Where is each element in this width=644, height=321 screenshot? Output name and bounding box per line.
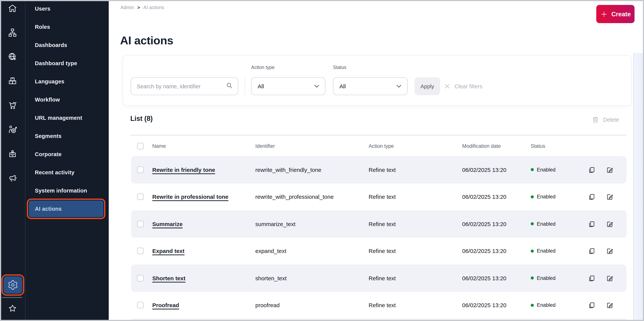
table-row: Shorten text shorten_text Refine text 06…: [131, 264, 626, 292]
list-title: List (8): [130, 115, 153, 123]
row-checkbox[interactable]: [137, 167, 144, 173]
table-body: Rewrite in friendly tone rewrite_with_fr…: [131, 156, 626, 320]
content-edge-line: [634, 53, 634, 320]
apply-button[interactable]: Apply: [414, 77, 440, 95]
copy-icon[interactable]: [584, 298, 598, 312]
action-type-select[interactable]: All: [251, 77, 326, 95]
row-modification-date: 06/02/2025 13:20: [462, 302, 506, 308]
status-select[interactable]: All: [333, 77, 408, 95]
table-row: Summarize summarize_text Refine text 06/…: [131, 210, 626, 237]
status-dot-icon: [531, 168, 534, 171]
edit-icon[interactable]: [602, 190, 617, 204]
row-checkbox[interactable]: [137, 248, 144, 254]
menu-item-roles[interactable]: Roles: [29, 19, 104, 35]
menu-item-url-management[interactable]: URL management: [29, 110, 104, 126]
edit-icon[interactable]: [602, 298, 617, 312]
row-name-link[interactable]: Shorten text: [152, 275, 186, 281]
column-header-identifier: Identifier: [255, 143, 275, 149]
rail-divider: [2, 297, 22, 298]
menu-item-dashboards[interactable]: Dashboards: [29, 37, 104, 54]
search-icon[interactable]: [226, 82, 233, 91]
row-checkbox[interactable]: [137, 194, 144, 200]
menu-item-ai-actions[interactable]: AI actions: [29, 200, 104, 217]
status-text: Enabled: [537, 221, 556, 227]
rail-item-home[interactable]: [8, 4, 18, 13]
row-name-link[interactable]: Summarize: [152, 221, 182, 227]
breadcrumb: Admin > AI actions: [120, 5, 164, 10]
row-name-link[interactable]: Proofread: [152, 302, 179, 308]
copy-icon[interactable]: [584, 190, 598, 204]
menu-item-system-information[interactable]: System information: [29, 182, 104, 199]
row-status: Enabled: [531, 194, 556, 200]
row-name-link[interactable]: Rewrite in friendly tone: [152, 167, 215, 173]
menu-item-segments[interactable]: Segments: [29, 128, 104, 144]
icon-rail: [0, 0, 26, 321]
partially-visible-row: [131, 319, 626, 321]
rail-item-audience[interactable]: [8, 125, 18, 135]
menu-item-recent-activity[interactable]: Recent activity: [29, 164, 104, 181]
rail-item-announcements[interactable]: [8, 173, 18, 183]
filter-divider: [245, 77, 245, 95]
breadcrumb-root[interactable]: Admin: [120, 5, 134, 10]
copy-icon[interactable]: [584, 163, 598, 177]
x-icon: [444, 83, 450, 89]
packages-icon: [8, 76, 18, 86]
row-status: Enabled: [531, 275, 556, 281]
menu-item-users[interactable]: Users: [29, 1, 104, 17]
row-name-link[interactable]: Rewrite in professional tone: [152, 194, 228, 200]
menu-item-corporate[interactable]: Corporate: [29, 146, 104, 163]
row-modification-date: 06/02/2025 13:20: [462, 167, 506, 173]
edit-icon[interactable]: [602, 163, 617, 177]
search-field: [131, 77, 238, 95]
action-type-value: All: [258, 83, 264, 89]
trash-icon: [592, 116, 599, 124]
create-button[interactable]: Create: [596, 5, 634, 23]
edit-icon[interactable]: [602, 217, 617, 231]
copy-icon[interactable]: [584, 217, 598, 231]
table-row: Rewrite in friendly tone rewrite_with_fr…: [131, 156, 626, 183]
rail-item-cart[interactable]: [8, 100, 18, 110]
row-action-type: Refine text: [368, 275, 396, 281]
row-checkbox[interactable]: [137, 221, 144, 227]
column-header-modification-date: Modification date: [462, 143, 501, 149]
filter-bar: Action type All Status All Apply Clear f…: [123, 55, 632, 106]
row-modification-date: 06/02/2025 13:20: [462, 194, 506, 200]
rail-item-packages[interactable]: [8, 76, 18, 86]
edit-icon[interactable]: [602, 244, 617, 258]
row-checkbox[interactable]: [137, 275, 144, 281]
menu-item-workflow[interactable]: Workflow: [29, 91, 104, 108]
copy-icon[interactable]: [584, 271, 598, 285]
rail-item-favorites[interactable]: [8, 304, 17, 313]
action-type-label: Action type: [251, 65, 275, 70]
badge-icon: [8, 149, 18, 159]
row-action-type: Refine text: [368, 194, 396, 200]
status-label: Status: [333, 65, 346, 70]
select-all-checkbox[interactable]: [137, 143, 144, 149]
sitemap-icon: [8, 28, 18, 38]
rail-item-sitemap[interactable]: [8, 28, 18, 38]
clear-filters-button[interactable]: Clear filters: [442, 77, 485, 95]
row-name-link[interactable]: Expand text: [152, 248, 184, 254]
search-input[interactable]: [131, 83, 226, 89]
globe-pointer-icon: [8, 52, 18, 62]
shopping-cart-icon: [8, 100, 18, 110]
page-title: AI actions: [120, 34, 173, 47]
row-checkbox[interactable]: [137, 302, 144, 308]
rail-item-settings[interactable]: [4, 276, 22, 294]
delete-button[interactable]: Delete: [590, 116, 621, 124]
column-header-status: Status: [531, 143, 545, 149]
home-icon: [8, 4, 18, 13]
row-identifier: summarize_text: [255, 221, 296, 227]
edit-icon[interactable]: [602, 271, 617, 285]
copy-icon[interactable]: [584, 244, 598, 258]
row-identifier: proofread: [255, 302, 280, 308]
scrollbar-track[interactable]: [634, 53, 643, 320]
menu-item-languages[interactable]: Languages: [29, 73, 104, 90]
table-row: Rewrite in professional tone rewrite_wit…: [131, 183, 626, 210]
status-dot-icon: [531, 222, 534, 225]
rail-item-globe[interactable]: [8, 52, 18, 62]
menu-item-dashboard-type[interactable]: Dashboard type: [29, 55, 104, 72]
row-identifier: expand_text: [255, 248, 286, 254]
rail-item-badge[interactable]: [8, 149, 18, 159]
row-action-type: Refine text: [368, 302, 396, 308]
